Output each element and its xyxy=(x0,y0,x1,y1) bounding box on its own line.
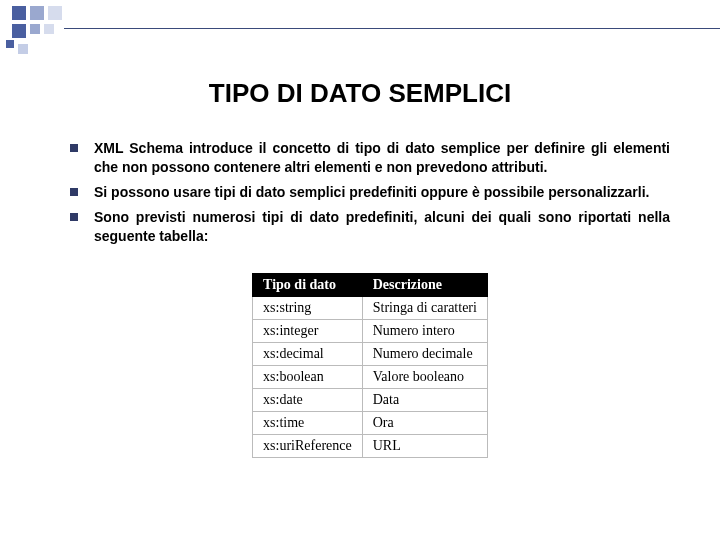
bullet-text-pre: Sono previsti numerosi tipi di dato pred… xyxy=(94,209,670,244)
table-cell: xs:integer xyxy=(253,320,363,343)
table-row: xs:timeOra xyxy=(253,412,488,435)
table-cell: xs:decimal xyxy=(253,343,363,366)
table-row: xs:decimalNumero decimale xyxy=(253,343,488,366)
table-row: xs:dateData xyxy=(253,389,488,412)
bullet-item: Si possono usare tipi di dato semplici p… xyxy=(70,183,670,202)
table-cell: xs:date xyxy=(253,389,363,412)
bullet-text-pre: Si possono usare tipi di dato semplici p… xyxy=(94,184,649,200)
deco-square xyxy=(30,24,40,34)
table-cell: Ora xyxy=(362,412,487,435)
bullet-item: XML Schema introduce il concetto di tipo… xyxy=(70,139,670,177)
datatype-table: Tipo di datoDescrizione xs:stringStringa… xyxy=(252,273,488,458)
deco-square xyxy=(12,24,26,38)
deco-line xyxy=(64,28,720,29)
bullet-text-bold: tipo di dato semplice xyxy=(355,140,500,156)
deco-square xyxy=(18,44,28,54)
table-cell: Valore booleano xyxy=(362,366,487,389)
deco-square xyxy=(48,6,62,20)
deco-square xyxy=(6,40,14,48)
table-cell: xs:uriReference xyxy=(253,435,363,458)
table-row: xs:integerNumero intero xyxy=(253,320,488,343)
table-header-cell: Tipo di dato xyxy=(253,274,363,297)
slide-body: XML Schema introduce il concetto di tipo… xyxy=(0,139,720,458)
table-cell: xs:time xyxy=(253,412,363,435)
table-cell: xs:string xyxy=(253,297,363,320)
table-cell: Data xyxy=(362,389,487,412)
table-cell: Stringa di caratteri xyxy=(362,297,487,320)
table-wrapper: Tipo di datoDescrizione xs:stringStringa… xyxy=(70,273,670,458)
bullet-item: Sono previsti numerosi tipi di dato pred… xyxy=(70,208,670,246)
table-header-row: Tipo di datoDescrizione xyxy=(253,274,488,297)
table-cell: Numero intero xyxy=(362,320,487,343)
table-row: xs:uriReferenceURL xyxy=(253,435,488,458)
slide-title: TIPO DI DATO SEMPLICI xyxy=(0,78,720,109)
table-cell: Numero decimale xyxy=(362,343,487,366)
bullet-text-pre: XML Schema introduce il concetto di xyxy=(94,140,355,156)
deco-square xyxy=(30,6,44,20)
table-cell: xs:boolean xyxy=(253,366,363,389)
table-body: xs:stringStringa di caratterixs:integerN… xyxy=(253,297,488,458)
table-header-cell: Descrizione xyxy=(362,274,487,297)
bullet-list: XML Schema introduce il concetto di tipo… xyxy=(70,139,670,245)
table-cell: URL xyxy=(362,435,487,458)
table-row: xs:stringStringa di caratteri xyxy=(253,297,488,320)
deco-square xyxy=(12,6,26,20)
table-row: xs:booleanValore booleano xyxy=(253,366,488,389)
deco-square xyxy=(44,24,54,34)
